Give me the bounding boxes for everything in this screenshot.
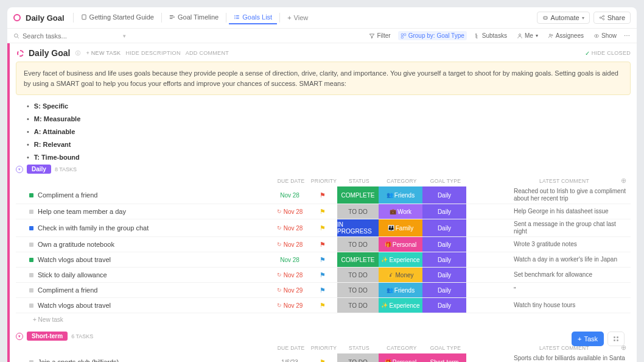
status-pill[interactable]: TO DO xyxy=(337,268,379,282)
priority-flag[interactable]: ⚑ xyxy=(308,298,337,313)
goal-type-pill[interactable]: Daily xyxy=(422,252,466,267)
due-date[interactable]: ↻Nov 28 xyxy=(271,268,308,282)
due-date[interactable]: Nov 28 xyxy=(271,252,308,267)
more-menu[interactable]: ⋯ xyxy=(624,32,631,39)
category-pill[interactable]: 🎁Personal xyxy=(379,237,422,252)
category-pill[interactable]: 👥Friends xyxy=(379,186,422,204)
status-square[interactable] xyxy=(29,193,33,197)
priority-flag[interactable]: ⚑ xyxy=(308,353,337,362)
status-pill[interactable]: TO DO xyxy=(337,298,379,313)
due-date[interactable]: ↻Nov 29 xyxy=(271,283,308,297)
tab-goal-timeline[interactable]: Goal Timeline xyxy=(164,11,223,24)
task-row[interactable]: Check in with family in the group chat ↻… xyxy=(16,219,631,237)
goal-type-pill[interactable]: Short-term xyxy=(422,353,466,362)
task-row[interactable]: Stick to daily allowance ↻Nov 28 ⚑ TO DO… xyxy=(16,268,631,283)
chevron-down-icon[interactable]: ▾ xyxy=(123,33,126,39)
category-pill[interactable]: ✨Experience xyxy=(379,298,422,313)
group-toggle[interactable]: ▾ xyxy=(16,333,23,340)
status-square[interactable] xyxy=(29,258,33,262)
status-square[interactable] xyxy=(29,303,33,308)
task-row[interactable]: Own a gratitude notebook ↻Nov 28 ⚑ TO DO… xyxy=(16,237,631,252)
category-pill[interactable]: ✨Experience xyxy=(379,252,422,267)
group-by-button[interactable]: Group by: Goal Type xyxy=(398,31,467,40)
status-pill[interactable]: TO DO xyxy=(337,237,379,252)
smart-item: S: Specific xyxy=(27,100,631,113)
assignees-button[interactable]: Assignees xyxy=(545,31,586,40)
status-pill[interactable]: COMPLETE xyxy=(337,252,379,267)
group-label[interactable]: Short-term xyxy=(27,332,68,341)
task-row[interactable]: Watch vlogs about travel ↻Nov 29 ⚑ TO DO… xyxy=(16,298,631,313)
status-square[interactable] xyxy=(29,226,33,230)
due-date[interactable]: ↻Nov 28 xyxy=(271,204,308,219)
plus-icon: + xyxy=(578,335,581,342)
create-task-button[interactable]: + Task xyxy=(572,332,604,346)
status-square[interactable] xyxy=(29,210,33,214)
category-pill[interactable]: 🎁Personal xyxy=(379,353,422,362)
svg-point-5 xyxy=(544,18,545,18)
goal-type-pill[interactable]: Daily xyxy=(422,204,466,219)
category-pill[interactable]: 💰Money xyxy=(379,268,422,282)
new-task-link[interactable]: + NEW TASK xyxy=(86,50,121,56)
hide-description-link[interactable]: HIDE DESCRIPTION xyxy=(125,50,180,56)
goal-type-pill[interactable]: Daily xyxy=(422,283,466,297)
subtasks-button[interactable]: Subtasks xyxy=(472,31,509,40)
due-date[interactable]: ↻Nov 28 xyxy=(271,237,308,252)
category-pill[interactable]: 👪Family xyxy=(379,219,422,236)
category-pill[interactable]: 👥Friends xyxy=(379,283,422,297)
search-input[interactable] xyxy=(23,32,96,40)
goal-type-pill[interactable]: Daily xyxy=(422,186,466,204)
priority-flag[interactable]: ⚑ xyxy=(308,268,337,282)
add-view-button[interactable]: + View xyxy=(282,12,313,24)
due-date[interactable]: ↻Nov 28 xyxy=(271,219,308,236)
col-status: STATUS xyxy=(338,345,380,351)
status-pill[interactable]: COMPLETE xyxy=(337,186,379,204)
category-pill[interactable]: 💼Work xyxy=(379,204,422,219)
group-toggle[interactable]: ▾ xyxy=(16,166,23,173)
goal-type-pill[interactable]: Daily xyxy=(422,219,466,236)
group-label[interactable]: Daily xyxy=(27,165,51,174)
show-button[interactable]: Show xyxy=(591,31,619,40)
status-square[interactable] xyxy=(29,273,33,277)
apps-button[interactable] xyxy=(607,332,625,346)
flag-icon: ⚑ xyxy=(320,191,326,199)
add-comment-link[interactable]: ADD COMMENT xyxy=(186,50,229,56)
info-icon[interactable] xyxy=(75,50,81,56)
priority-flag[interactable]: ⚑ xyxy=(308,186,337,204)
task-row[interactable]: Compliment a friend ↻Nov 29 ⚑ TO DO 👥Fri… xyxy=(16,283,631,298)
goal-type-pill[interactable]: Daily xyxy=(422,298,466,313)
add-column[interactable]: ⊕ xyxy=(617,177,629,185)
priority-flag[interactable]: ⚑ xyxy=(308,219,337,236)
status-square[interactable] xyxy=(29,243,33,247)
person-icon xyxy=(517,33,523,39)
filter-button[interactable]: Filter xyxy=(366,31,393,40)
tab-goals-list[interactable]: Goals List xyxy=(229,11,277,24)
share-button[interactable]: Share xyxy=(593,12,631,24)
filter-icon xyxy=(369,33,375,39)
new-task-row[interactable]: + New task xyxy=(16,313,631,323)
goal-type-pill[interactable]: Daily xyxy=(422,237,466,252)
svg-point-2 xyxy=(234,16,236,18)
priority-flag[interactable]: ⚑ xyxy=(308,237,337,252)
status-pill[interactable]: IN PROGRESS xyxy=(337,219,379,236)
task-row[interactable]: Help one team member a day ↻Nov 28 ⚑ TO … xyxy=(16,204,631,219)
status-pill[interactable]: TO DO xyxy=(337,283,379,297)
hide-closed-toggle[interactable]: ✓ HIDE CLOSED xyxy=(585,50,631,57)
priority-flag[interactable]: ⚑ xyxy=(308,252,337,267)
due-date[interactable]: 1/6/23 xyxy=(271,353,308,362)
eye-icon xyxy=(593,33,600,39)
automate-button[interactable]: Automate ▾ xyxy=(537,12,590,24)
priority-flag[interactable]: ⚑ xyxy=(308,204,337,219)
status-pill[interactable]: TO DO xyxy=(337,204,379,219)
due-date[interactable]: ↻Nov 29 xyxy=(271,298,308,313)
tab-getting-started[interactable]: Getting Started Guide xyxy=(76,11,159,24)
me-button[interactable]: Me ▾ xyxy=(514,31,541,40)
task-row[interactable]: Compliment a friend Nov 28 ⚑ COMPLETE 👥F… xyxy=(16,186,631,204)
goal-type-pill[interactable]: Daily xyxy=(422,268,466,282)
task-row[interactable]: Watch vlogs about travel Nov 28 ⚑ COMPLE… xyxy=(16,252,631,268)
smart-item: R: Relevant xyxy=(27,138,631,151)
task-row[interactable]: Join a sports club (billiards) 1/6/23 ⚑ … xyxy=(16,353,631,362)
priority-flag[interactable]: ⚑ xyxy=(308,283,337,297)
status-pill[interactable]: TO DO xyxy=(337,353,379,362)
status-square[interactable] xyxy=(29,288,33,293)
due-date[interactable]: Nov 28 xyxy=(271,186,308,204)
